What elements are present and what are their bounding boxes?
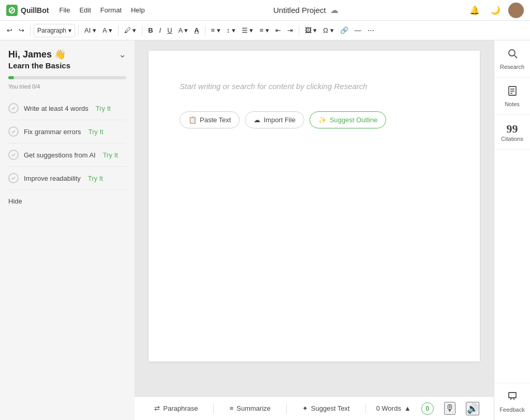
svg-point-0 <box>509 50 515 56</box>
bottom-bar: ⇄ Paraphrase ≡ Summarize ✦ Suggest Text … <box>135 396 494 420</box>
user-avatar[interactable] <box>508 3 524 18</box>
chevron-up-icon: ▲ <box>404 404 411 412</box>
toolbar-divider-6 <box>299 25 299 36</box>
suggest-outline-button[interactable]: ✨ Suggest Outline <box>310 111 387 128</box>
task-label-3: Get suggestions from AI <box>24 151 96 159</box>
word-count-pill: 0 <box>421 402 434 415</box>
task-link-4[interactable]: Try It <box>88 175 103 182</box>
task-check-3 <box>8 150 19 160</box>
menu-file[interactable]: File <box>59 6 70 14</box>
line-spacing-button[interactable]: ↕ ▾ <box>224 25 238 36</box>
title-area: Untitled Project ☁ <box>145 5 467 15</box>
greeting-text: Hi, James 👋 <box>8 49 70 60</box>
task-check-4 <box>8 173 19 183</box>
paraphrase-icon: ⇄ <box>154 404 160 412</box>
menu-format[interactable]: Format <box>100 6 122 14</box>
horizontal-rule-button[interactable]: — <box>352 25 364 36</box>
speaker-button[interactable]: 🔊 <box>466 402 479 415</box>
menu-help[interactable]: Help <box>131 6 145 14</box>
research-label: Research <box>500 64 524 70</box>
notes-label: Notes <box>505 101 520 107</box>
document-paper[interactable]: Start writing or search for content by c… <box>149 51 480 361</box>
insert-image-button[interactable]: 🖼 ▾ <box>302 25 320 36</box>
special-chars-button[interactable]: Ω ▾ <box>320 25 336 36</box>
main-layout: Hi, James 👋 Learn the Basics ⌄ You tried… <box>0 40 530 420</box>
hide-panel-button[interactable]: Hide <box>8 197 22 205</box>
summarize-icon: ≡ <box>229 404 233 412</box>
progress-bar-background <box>8 76 126 79</box>
document-title[interactable]: Untitled Project <box>273 6 326 15</box>
bottom-bar-wrapper: ⇄ Paraphrase ≡ Summarize ✦ Suggest Text … <box>135 396 494 420</box>
font-style-button[interactable]: A ▾ <box>100 25 115 36</box>
task-link-2[interactable]: Try It <box>89 128 104 136</box>
sidebar-item-research[interactable]: Research <box>494 40 530 78</box>
task-link-1[interactable]: Try It <box>96 105 111 112</box>
dark-mode-toggle[interactable]: 🌙 <box>488 3 503 18</box>
task-check-1 <box>8 103 19 113</box>
task-label-4: Improve readability <box>24 175 81 182</box>
list-item: Get suggestions from AI Try It <box>8 143 126 167</box>
research-icon <box>507 48 518 62</box>
indent-button[interactable]: ⇥ <box>285 25 296 36</box>
paste-icon: 📋 <box>188 116 197 124</box>
insert-link-button[interactable]: 🔗 <box>337 25 351 36</box>
sidebar-item-notes[interactable]: Notes <box>494 78 530 115</box>
topbar-right-icons: 🔔 🌙 <box>467 3 524 18</box>
task-link-3[interactable]: Try It <box>103 151 118 159</box>
align-button[interactable]: ≡ ▾ <box>209 25 223 36</box>
font-size-button[interactable]: AI ▾ <box>82 25 99 36</box>
toolbar-divider-1 <box>30 25 31 36</box>
formatting-toolbar: ↩ ↪ Paragraph ▾ AI ▾ A ▾ 🖊 ▾ B I U A ▾ A… <box>0 21 530 40</box>
redo-button[interactable]: ↪ <box>16 25 27 36</box>
underline-button[interactable]: U <box>165 25 174 36</box>
font-bg-color-button[interactable]: A <box>192 25 201 36</box>
highlight-button[interactable]: 🖊 ▾ <box>122 25 139 36</box>
italic-button[interactable]: I <box>157 25 164 36</box>
suggest-text-icon: ✦ <box>302 404 308 412</box>
suggest-text-button[interactable]: ✦ Suggest Text <box>297 401 355 415</box>
ordered-list-button[interactable]: ≡ ▾ <box>257 25 271 36</box>
import-file-button[interactable]: ☁ Import File <box>245 111 304 128</box>
feedback-icon <box>507 390 518 404</box>
citations-label: Citations <box>501 136 523 142</box>
logo-text: QuillBot <box>21 6 49 15</box>
sidebar-item-feedback[interactable]: Feedback <box>494 383 530 420</box>
microphone-button[interactable]: 🎙 <box>444 402 455 415</box>
paste-text-button[interactable]: 📋 Paste Text <box>180 111 240 128</box>
logo-area: QuillBot <box>6 5 49 16</box>
toolbar-divider-5 <box>205 25 205 36</box>
task-check-2 <box>8 126 19 137</box>
font-color-button[interactable]: A ▾ <box>176 25 191 36</box>
sidebar-item-citations[interactable]: 99 Citations <box>494 115 530 150</box>
summarize-button[interactable]: ≡ Summarize <box>224 401 275 415</box>
bottom-divider-1 <box>213 403 214 414</box>
progress-text: You tried 0/4 <box>8 83 40 90</box>
import-icon: ☁ <box>254 116 260 124</box>
bottom-divider-3 <box>365 403 366 414</box>
right-sidebar: Research Notes 99 Citations Feedback <box>494 40 530 420</box>
notification-bell-icon[interactable]: 🔔 <box>467 3 482 18</box>
progress-section: You tried 0/4 <box>8 76 126 91</box>
greeting-area: Hi, James 👋 Learn the Basics <box>8 49 70 70</box>
cloud-sync-icon: ☁ <box>330 5 338 15</box>
notes-icon <box>507 85 518 99</box>
collapse-panel-button[interactable]: ⌄ <box>119 49 126 60</box>
list-button[interactable]: ☰ ▾ <box>239 25 256 36</box>
paraphrase-button[interactable]: ⇄ Paraphrase <box>149 401 203 415</box>
progress-bar-fill <box>8 76 14 79</box>
citations-number: 99 <box>507 122 518 136</box>
bold-button[interactable]: B <box>145 25 155 36</box>
svg-line-1 <box>514 55 517 58</box>
outdent-button[interactable]: ⇤ <box>273 25 284 36</box>
task-label-2: Fix grammar errors <box>24 128 81 136</box>
toolbar-divider-3 <box>118 25 119 36</box>
editor-area[interactable]: Start writing or search for content by c… <box>135 40 494 420</box>
toolbar-divider-4 <box>142 25 142 36</box>
menu-edit[interactable]: Edit <box>79 6 91 14</box>
more-options-button[interactable]: ⋯ <box>365 25 377 36</box>
undo-button[interactable]: ↩ <box>4 25 15 36</box>
task-label-1: Write at least 4 words <box>24 105 89 112</box>
task-list: Write at least 4 words Try It Fix gramma… <box>8 97 126 190</box>
left-panel: Hi, James 👋 Learn the Basics ⌄ You tried… <box>0 40 135 420</box>
paragraph-style-select[interactable]: Paragraph ▾ <box>34 24 75 37</box>
